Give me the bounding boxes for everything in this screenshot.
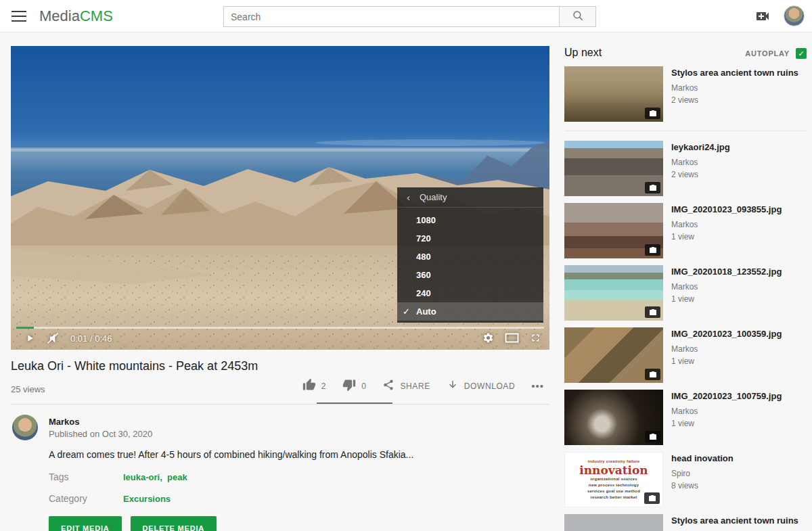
- item-title[interactable]: leykaori24.jpg: [671, 142, 730, 153]
- item-title[interactable]: IMG_20201018_123552.jpg: [671, 267, 782, 277]
- theater-mode-icon[interactable]: [505, 333, 519, 343]
- dislike-button[interactable]: 0: [342, 378, 366, 394]
- media-title: Leuka Ori - White mountains - Peak at 24…: [11, 359, 258, 373]
- tags-values: leuka-ori, peak: [123, 472, 187, 482]
- up-next-item[interactable]: leykaori24.jpg Markos 2 views: [564, 141, 807, 196]
- autoplay-checkbox[interactable]: ✓: [796, 48, 807, 59]
- thumbnail[interactable]: [564, 390, 663, 445]
- download-button[interactable]: DOWNLOAD: [447, 379, 515, 393]
- tags-label: Tags: [49, 471, 69, 482]
- item-author[interactable]: Spiro: [671, 469, 734, 478]
- item-author[interactable]: Markos: [671, 282, 782, 292]
- thumb-up-icon: [302, 378, 316, 394]
- search-input[interactable]: [223, 6, 560, 27]
- category-value: Excursions: [123, 494, 171, 504]
- item-author[interactable]: Markos: [671, 158, 730, 167]
- quality-option-240[interactable]: 240: [397, 284, 543, 302]
- item-text: leykaori24.jpg Markos 2 views: [671, 141, 730, 196]
- share-button[interactable]: SHARE: [382, 379, 430, 393]
- view-count: 25 views: [11, 384, 45, 394]
- user-avatar[interactable]: [784, 5, 805, 26]
- play-icon[interactable]: [24, 333, 35, 344]
- player-controls-left: 0:01 / 0:46: [24, 331, 112, 345]
- media-info-section: Leuka Ori - White mountains - Peak at 24…: [11, 350, 549, 531]
- up-next-item[interactable]: Stylos area ancient town ruins Markos 2 …: [564, 66, 807, 131]
- video-progress-bar[interactable]: [16, 327, 544, 329]
- settings-gear-icon[interactable]: [482, 332, 494, 344]
- thumbnail[interactable]: [564, 203, 663, 258]
- rating-active-underline: [317, 402, 392, 404]
- item-author[interactable]: Markos: [671, 83, 798, 93]
- edit-media-button[interactable]: EDIT MEDIA: [49, 516, 122, 531]
- camera-icon: [645, 182, 660, 193]
- upload-media-icon[interactable]: [754, 8, 771, 24]
- up-next-item[interactable]: IMG_20201023_100359.jpg Markos 1 view: [564, 327, 807, 383]
- volume-muted-icon[interactable]: [46, 331, 60, 345]
- quality-option-auto[interactable]: ✓Auto: [397, 302, 543, 321]
- menu-icon[interactable]: [12, 11, 26, 22]
- up-next-item[interactable]: IMG_20201023_100759.jpg Markos 1 view: [564, 390, 807, 445]
- quality-options: 1080 720 480 360 240 ✓Auto: [397, 208, 543, 321]
- item-views: 2 views: [671, 95, 798, 105]
- item-views: 1 view: [671, 232, 782, 241]
- item-title[interactable]: head inovation: [671, 453, 734, 464]
- item-title[interactable]: Stylos area ancient town ruins: [671, 515, 798, 526]
- quality-menu-title: Quality: [420, 192, 447, 202]
- wordcloud-text: organizational sources: [590, 476, 637, 482]
- item-text: IMG_20201023_100359.jpg Markos 1 view: [671, 327, 782, 383]
- quality-option-720[interactable]: 720: [397, 229, 543, 248]
- thumbnail[interactable]: [564, 514, 663, 531]
- time-display: 0:01 / 0:46: [70, 333, 112, 344]
- item-text: Stylos area ancient town ruins Markos 2 …: [671, 66, 798, 122]
- like-button[interactable]: 2: [302, 378, 326, 394]
- up-next-header: Up next AUTOPLAY ✓: [564, 41, 807, 66]
- search-bar: [223, 6, 596, 27]
- quality-option-360[interactable]: 360: [397, 266, 543, 284]
- thumbnail[interactable]: [564, 327, 663, 383]
- item-author[interactable]: Markos: [671, 220, 782, 229]
- media-actions: 2 0 SHARE: [302, 378, 544, 394]
- download-label: DOWNLOAD: [464, 382, 515, 391]
- item-author[interactable]: Markos: [671, 407, 782, 416]
- tag-link-leuka-ori[interactable]: leuka-ori,: [123, 472, 162, 482]
- item-author[interactable]: Markos: [671, 344, 782, 354]
- section-divider: [11, 404, 549, 405]
- author-name[interactable]: Markos: [49, 417, 80, 427]
- quality-menu-back[interactable]: ‹ Quality: [397, 187, 543, 208]
- delete-media-button[interactable]: DELETE MEDIA: [131, 516, 217, 531]
- mediacms-video-page: MediaCMS: [0, 0, 812, 531]
- thumbnail[interactable]: [564, 265, 663, 321]
- up-next-title: Up next: [564, 47, 602, 59]
- thumbnail[interactable]: [564, 141, 663, 196]
- thumbnail[interactable]: industry creativity failure innovation o…: [564, 452, 663, 507]
- item-title[interactable]: Stylos area ancient town ruins: [671, 68, 798, 78]
- up-next-sidebar: Up next AUTOPLAY ✓ Stylos area ancient t…: [564, 41, 807, 531]
- up-next-item[interactable]: industry creativity failure innovation o…: [564, 452, 807, 507]
- wordcloud-text: new process technology: [589, 482, 639, 488]
- item-views: 2 views: [671, 170, 730, 179]
- item-title[interactable]: IMG_20201023_100759.jpg: [671, 391, 782, 402]
- up-next-item[interactable]: Stylos area ancient town ruins: [564, 514, 807, 531]
- item-title[interactable]: IMG_20201023_093855.jpg: [671, 204, 782, 215]
- check-icon: ✓: [798, 49, 804, 58]
- camera-icon: [645, 431, 660, 442]
- up-next-item[interactable]: IMG_20201023_093855.jpg Markos 1 view: [564, 203, 807, 258]
- item-views: 1 view: [671, 356, 782, 366]
- item-title[interactable]: IMG_20201023_100359.jpg: [671, 329, 782, 340]
- quality-option-1080[interactable]: 1080: [397, 211, 543, 229]
- tag-link-peak[interactable]: peak: [167, 472, 187, 482]
- more-options-button[interactable]: •••: [531, 380, 544, 392]
- category-label: Category: [49, 493, 87, 504]
- category-link-excursions[interactable]: Excursions: [123, 494, 171, 504]
- author-avatar[interactable]: [12, 415, 38, 440]
- thumbnail[interactable]: [564, 66, 663, 122]
- item-views: 8 views: [671, 481, 734, 490]
- quality-option-480[interactable]: 480: [397, 248, 543, 266]
- video-player[interactable]: ‹ Quality 1080 720 480 360 240 ✓Auto: [11, 46, 549, 350]
- fullscreen-icon[interactable]: [530, 332, 541, 344]
- search-button[interactable]: [560, 6, 596, 27]
- logo[interactable]: MediaCMS: [39, 7, 113, 25]
- up-next-item[interactable]: IMG_20201018_123552.jpg Markos 1 view: [564, 265, 807, 321]
- item-text: Stylos area ancient town ruins: [671, 514, 798, 531]
- progress-played: [16, 327, 34, 329]
